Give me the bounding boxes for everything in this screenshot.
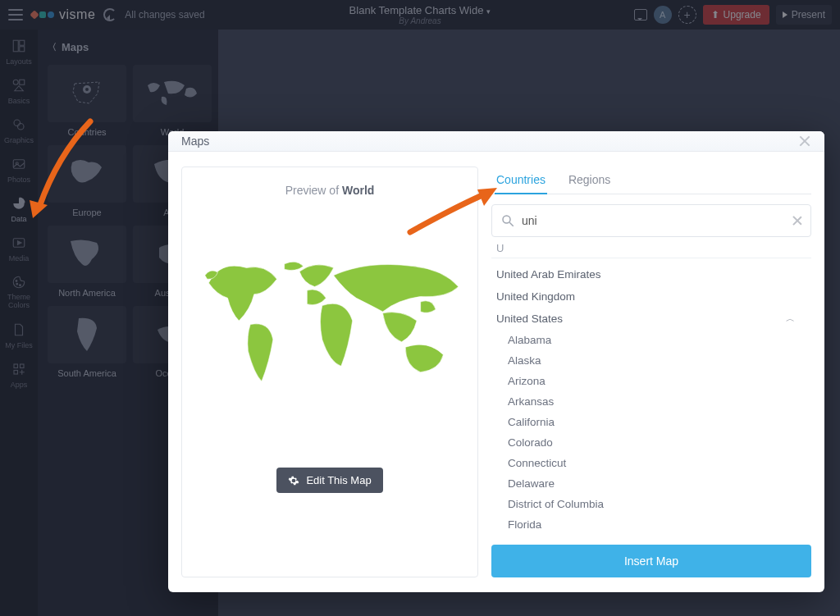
svg-rect-2	[20, 47, 25, 52]
present-label: Present	[792, 9, 825, 21]
present-button[interactable]: Present	[776, 5, 832, 25]
hamburger-icon[interactable]	[8, 9, 23, 21]
svg-point-5	[14, 120, 21, 126]
maps-panel-back[interactable]: 〈 Maps	[48, 41, 208, 53]
doc-author: By Andreas	[349, 16, 491, 25]
state-item[interactable]: Colorado	[491, 432, 811, 453]
search-field[interactable]	[522, 214, 786, 227]
state-item[interactable]: Florida	[491, 514, 811, 535]
state-item[interactable]: Connecticut	[491, 453, 811, 473]
map-thumb-south-america[interactable]: South America	[48, 306, 126, 378]
map-thumb-world[interactable]: World	[133, 65, 212, 137]
rail-item-photos[interactable]: Photos	[7, 156, 30, 184]
upload-icon: ⬆	[711, 9, 719, 21]
palette-icon	[11, 274, 27, 290]
edit-map-button[interactable]: Edit This Map	[276, 468, 382, 493]
maps-modal: Maps Preview of World	[168, 131, 824, 592]
upgrade-button[interactable]: ⬆ Upgrade	[703, 5, 769, 25]
add-button[interactable]: +	[678, 6, 696, 24]
state-item[interactable]: Arizona	[491, 371, 811, 391]
world-map-preview	[194, 221, 466, 435]
svg-point-10	[16, 281, 17, 282]
map-thumb-north-america[interactable]: North America	[48, 226, 126, 298]
svg-rect-0	[13, 40, 18, 52]
rail-label: Layouts	[6, 57, 32, 66]
rail-label: My Files	[5, 341, 33, 349]
rail-label: Data	[11, 215, 26, 223]
comments-icon[interactable]	[634, 9, 647, 21]
chevron-up-icon: ︿	[786, 313, 795, 325]
basics-icon	[11, 77, 27, 94]
svg-point-17	[85, 88, 89, 91]
svg-point-11	[16, 283, 18, 285]
results-list: United Arab Emirates United Kingdom Unit…	[491, 263, 811, 535]
chevron-down-icon: ▾	[486, 7, 491, 16]
state-item[interactable]: Alaska	[491, 350, 811, 371]
state-item[interactable]: Arkansas	[491, 391, 811, 412]
selector-tabs: Countries Regions	[491, 167, 811, 194]
rail-label: Theme Colors	[0, 294, 38, 310]
modal-title: Maps	[181, 135, 209, 148]
rail-label: Media	[9, 254, 30, 262]
avatar[interactable]: A	[654, 6, 672, 24]
svg-rect-4	[20, 80, 25, 84]
svg-rect-14	[20, 364, 24, 368]
country-item-uae[interactable]: United Arab Emirates	[491, 263, 811, 285]
chevron-left-icon: 〈	[48, 41, 57, 53]
tab-countries[interactable]: Countries	[495, 167, 547, 194]
media-icon	[11, 235, 27, 251]
country-item-us[interactable]: United States ︿	[491, 308, 811, 330]
layouts-icon	[11, 38, 27, 54]
rail-item-my-files[interactable]: My Files	[5, 322, 33, 349]
edit-map-label: Edit This Map	[306, 474, 371, 486]
save-status: All changes saved	[125, 9, 204, 21]
brand-name: visme	[59, 7, 95, 22]
clear-icon[interactable]	[792, 216, 802, 226]
rail-item-basics[interactable]: Basics	[8, 77, 30, 105]
modal-header: Maps	[168, 131, 824, 152]
country-item-uk[interactable]: United Kingdom	[491, 285, 811, 308]
insert-map-button[interactable]: Insert Map	[491, 545, 811, 577]
gear-icon	[288, 475, 299, 486]
tab-regions[interactable]: Regions	[567, 167, 612, 194]
svg-rect-15	[14, 370, 18, 374]
rail-item-media[interactable]: Media	[9, 235, 30, 262]
brand-logo[interactable]: visme	[31, 7, 95, 22]
svg-point-12	[20, 285, 21, 286]
country-search-input[interactable]	[491, 204, 811, 237]
svg-point-3	[13, 80, 18, 84]
map-thumb-countries[interactable]: Countries	[48, 65, 126, 137]
apps-icon	[11, 361, 27, 377]
rail-item-apps[interactable]: Apps	[11, 361, 28, 389]
svg-line-22	[509, 222, 514, 226]
photos-icon	[11, 156, 27, 172]
rail-item-data[interactable]: Data	[11, 195, 27, 223]
close-icon[interactable]	[798, 135, 811, 148]
state-item[interactable]: Delaware	[491, 473, 811, 494]
rail-item-theme-colors[interactable]: Theme Colors	[0, 274, 38, 310]
maps-panel-title: Maps	[62, 41, 89, 53]
map-preview-panel: Preview of World	[181, 167, 478, 577]
rail-item-graphics[interactable]: Graphics	[4, 116, 34, 144]
files-icon	[11, 322, 27, 338]
upgrade-label: Upgrade	[724, 9, 761, 21]
svg-rect-13	[14, 364, 18, 368]
svg-rect-1	[20, 40, 25, 45]
undo-icon[interactable]	[103, 8, 116, 21]
preview-title: Preview of World	[285, 184, 375, 197]
state-item[interactable]: Alabama	[491, 330, 811, 350]
rail-label: Basics	[8, 97, 30, 105]
doc-title-block[interactable]: Blank Template Charts Wide▾ By Andreas	[349, 4, 491, 25]
rail-item-layouts[interactable]: Layouts	[6, 38, 32, 66]
rail-label: Apps	[11, 381, 28, 389]
divider	[491, 258, 811, 258]
state-item[interactable]: District of Columbia	[491, 494, 811, 514]
map-thumb-europe[interactable]: Europe	[48, 145, 126, 217]
rail-label: Graphics	[4, 136, 34, 144]
svg-point-6	[17, 124, 24, 130]
search-icon	[500, 213, 515, 228]
svg-point-21	[503, 216, 510, 223]
rail-label: Photos	[7, 176, 30, 184]
state-item[interactable]: California	[491, 412, 811, 432]
play-icon	[783, 11, 788, 18]
